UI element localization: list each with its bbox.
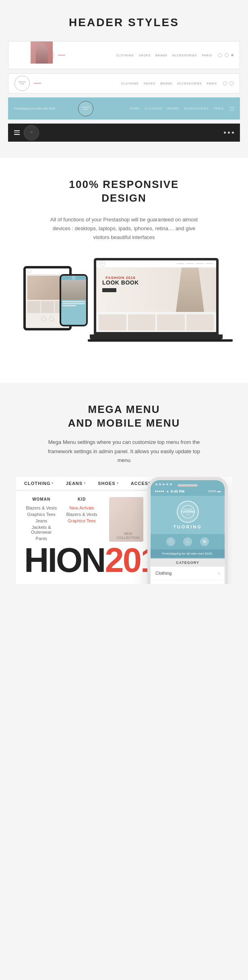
mega-dropdown: WOMAN Blazers & Vests Graphics Tees Jean… [16,490,151,548]
header-preview-1: FASHIONSHOP CLOTHING SHOES BRAND ACCESSO… [8,41,240,69]
mega-item-graphics[interactable]: Graphics Tees [24,511,58,518]
responsive-section: 100% RESPONSIVE DESIGN All of functions … [0,158,248,383]
phone-hero [61,280,86,300]
cart-icon-preview [225,53,229,57]
svg-text:SHOP: SHOP [185,514,190,516]
mega-demo-area: CLOTHING ▾ JEANS ▾ SHOES ▾ ACCESSORY [16,477,232,584]
phone-brand-logo: FASHION TUORING SHOP [177,501,199,523]
laptop-cta-button [102,288,116,292]
laptop-foot [88,339,233,342]
mega-menu-description: Mega Menu settings where you can customi… [48,438,200,464]
mega-item-pants[interactable]: Pants [24,535,58,542]
tablet-logo [27,269,31,273]
phone-brand-area: FASHION TUORING SHOP TUORING [151,496,225,534]
search-icon-preview [218,53,222,57]
phone-mockup-small [60,274,88,326]
phone-top-dots [151,480,225,487]
mega-item-blazers[interactable]: Blazers & Vests [24,505,58,511]
phone-text-area [61,300,86,308]
mega-item-jeans[interactable]: Jeans [24,518,58,524]
header-preview-4: FS [8,124,240,142]
jeans-label: JEANS [66,481,83,486]
laptop-screen-content: FS FASHION 2016 LOOK BOOK [96,260,216,332]
clothing-label: CLOTHING [24,481,50,486]
laptop-model [176,268,204,312]
phone-category-title: CATEGORY [151,559,225,567]
phone-category-shoes[interactable]: Shoes [151,580,225,584]
phone-nav [61,276,86,280]
phone-text-line-3 [62,305,76,306]
user-icon-preview [231,54,234,56]
tablet-icon-1 [41,316,46,321]
dot-3 [163,483,165,485]
mega-item-new-arrivals[interactable]: New Arrivals [64,505,99,511]
preview-divider-1 [58,55,65,56]
header-preview-3: Freeshipping for order over $100. FASHIO… [8,97,240,120]
preview-dots [224,132,234,134]
laptop-mockup: FS FASHION 2016 LOOK BOOK [88,258,225,347]
laptop-screen: FS FASHION 2016 LOOK BOOK [94,258,219,334]
phone-text-line-1 [62,301,85,302]
fashion-prefix-text: HION [24,548,105,576]
laptop-product-4 [186,314,214,330]
cart-icon-preview-2 [229,81,234,85]
phone-shipping-text: Freeshipping for all oder over $100. [162,552,213,555]
phone-search-icon[interactable]: ⌕ [183,537,192,546]
responsive-title: 100% RESPONSIVE DESIGN [16,178,232,205]
phone-heart-icon[interactable]: ♡ [166,537,175,546]
mega-item-kid-graphics[interactable]: Graphics Tees [64,518,99,524]
phone-inner-screen: ●●●●● ▲ 9:40 PM 100% ▬ [151,480,225,584]
devices-mockup: FS FASHION 2016 LOOK BOOK [19,254,229,367]
phone-text-line-2 [62,303,85,304]
laptop-product-2 [128,314,156,330]
header-preview-2: FASHIONSHOP CLOTHING SHOES BRAND ACCESSO… [8,73,240,93]
mega-dropdown-label: NEW COLLECTION [113,532,143,540]
shoes-label: SHOES [98,481,116,486]
phone-status-right: 100% ▬ [208,489,221,493]
tablet-product-2 [41,301,54,313]
responsive-description: All of functions of your Prestashop will… [48,215,200,242]
tablet-icon-2 [49,316,54,321]
brand-logo-svg: FASHION TUORING SHOP [181,505,195,519]
svg-text:TUORING: TUORING [181,510,195,514]
fashion-text-overlay: HION 201 [16,548,151,584]
preview-avatar [31,41,53,64]
phone-category-clothing[interactable]: Clothing [151,567,225,580]
fashion-year-text: 201 [105,548,152,576]
phone-status-bar: ●●●●● ▲ 9:40 PM 100% ▬ [151,487,225,496]
tablet-product-1 [27,301,40,313]
mega-dropdown-image: NEW COLLECTION [109,497,143,542]
laptop-product-3 [157,314,185,330]
mega-menu-shoes[interactable]: SHOES ▾ [98,481,119,486]
mega-menu-section: MEGA MENU AND MOBILE MENU Mega Menu sett… [0,383,248,584]
mega-col-kid: KID New Arrivals Blazers & Vests Graphic… [64,497,105,542]
laptop-nav-links [177,263,213,264]
phone-action-icons: ♡ ⌕ ⊞ [151,534,225,549]
mega-item-jackets[interactable]: Jackets & Outerwear [24,524,58,535]
mega-item-kid-blazers[interactable]: Blazers & Vests [64,511,99,518]
phone-wifi-icon: ▲ [166,489,169,493]
laptop-nav-logo: FS [99,261,105,266]
phone-cart-icon[interactable]: ⊞ [200,537,209,546]
mega-menu-jeans[interactable]: JEANS ▾ [66,481,86,486]
jeans-arrow-icon: ▾ [84,481,86,485]
laptop-hero: FASHION 2016 LOOK BOOK [96,268,216,312]
phone-signal-icon: ●●●●● [155,489,164,493]
preview-tagline: Freeshipping for order over $100. [14,107,56,110]
tablet-nav [26,268,69,274]
mega-menu-bar: CLOTHING ▾ JEANS ▾ SHOES ▾ ACCESSORY [16,477,151,490]
laptop-lookbook-text: LOOK BOOK [102,280,139,286]
search-icon-preview-2 [223,81,227,85]
header-styles-title: HEADER STYLES [8,16,240,29]
dot-4 [166,483,168,485]
preview-nav-1: CLOTHING SHOES BRAND ACCESSORIES PARIS [116,54,212,57]
hamburger-icon [14,130,20,135]
mega-menu-clothing[interactable]: CLOTHING ▾ [24,481,54,486]
phone-logo [72,276,75,279]
dot-1 [155,483,157,485]
preview-icons-2 [223,81,234,85]
phone-outer: ●●●●● ▲ 9:40 PM 100% ▬ [147,477,228,584]
preview-logo-4: FS [24,125,39,140]
laptop-text: FASHION 2016 LOOK BOOK [102,276,139,292]
laptop-base [90,334,223,339]
